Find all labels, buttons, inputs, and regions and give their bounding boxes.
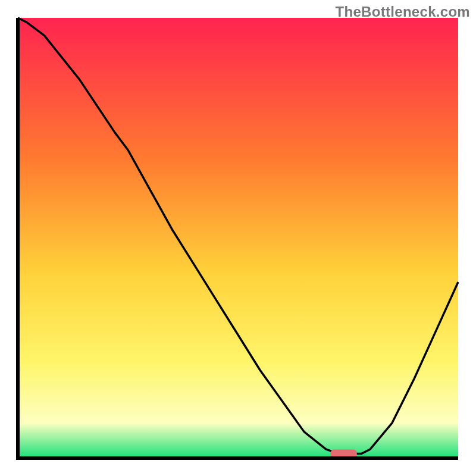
plot-background — [18, 18, 458, 458]
chart-svg — [0, 0, 476, 476]
chart-container: { "watermark": "TheBottleneck.com", "col… — [0, 0, 476, 476]
watermark-text: TheBottleneck.com — [336, 4, 470, 20]
